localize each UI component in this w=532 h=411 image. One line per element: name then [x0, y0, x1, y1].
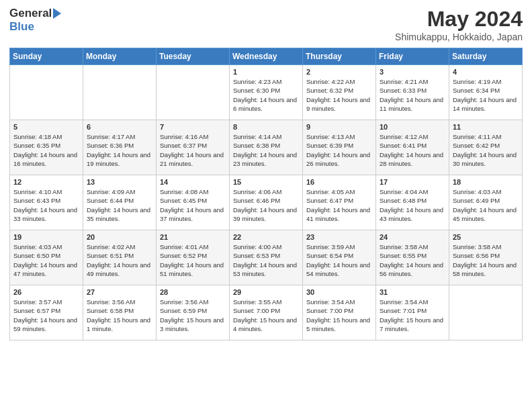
day-info: Sunrise: 4:02 AM Sunset: 6:51 PM Dayligh… — [87, 242, 152, 278]
title-block: May 2024 Shimukappu, Hokkaido, Japan — [395, 7, 523, 42]
day-info: Sunrise: 4:17 AM Sunset: 6:36 PM Dayligh… — [87, 132, 152, 168]
logo-general-text: General — [9, 7, 52, 20]
day-cell: 25Sunrise: 3:58 AM Sunset: 6:56 PM Dayli… — [449, 230, 523, 285]
day-info: Sunrise: 4:03 AM Sunset: 6:50 PM Dayligh… — [13, 242, 79, 278]
day-cell: 14Sunrise: 4:08 AM Sunset: 6:45 PM Dayli… — [157, 175, 230, 230]
day-info: Sunrise: 4:23 AM Sunset: 6:30 PM Dayligh… — [233, 77, 299, 113]
day-info: Sunrise: 4:14 AM Sunset: 6:38 PM Dayligh… — [233, 132, 299, 168]
day-number: 28 — [160, 288, 226, 296]
header-cell-monday: Monday — [83, 48, 157, 65]
day-cell: 13Sunrise: 4:09 AM Sunset: 6:44 PM Dayli… — [83, 175, 157, 230]
day-cell: 1Sunrise: 4:23 AM Sunset: 6:30 PM Daylig… — [230, 65, 303, 120]
day-number: 6 — [87, 123, 152, 131]
day-cell: 18Sunrise: 4:03 AM Sunset: 6:49 PM Dayli… — [449, 175, 523, 230]
day-info: Sunrise: 3:56 AM Sunset: 6:58 PM Dayligh… — [87, 298, 152, 333]
day-cell: 22Sunrise: 4:00 AM Sunset: 6:53 PM Dayli… — [230, 230, 303, 285]
day-info: Sunrise: 4:00 AM Sunset: 6:53 PM Dayligh… — [233, 242, 299, 278]
calendar-header: SundayMondayTuesdayWednesdayThursdayFrid… — [10, 48, 523, 65]
day-cell: 23Sunrise: 3:59 AM Sunset: 6:54 PM Dayli… — [303, 230, 376, 285]
day-cell: 20Sunrise: 4:02 AM Sunset: 6:51 PM Dayli… — [83, 230, 157, 285]
day-cell: 7Sunrise: 4:16 AM Sunset: 6:37 PM Daylig… — [157, 120, 230, 175]
day-info: Sunrise: 3:58 AM Sunset: 6:56 PM Dayligh… — [453, 242, 519, 278]
day-cell: 4Sunrise: 4:19 AM Sunset: 6:34 PM Daylig… — [449, 65, 523, 120]
calendar-table: SundayMondayTuesdayWednesdayThursdayFrid… — [9, 48, 523, 340]
week-row-1: 1Sunrise: 4:23 AM Sunset: 6:30 PM Daylig… — [10, 65, 523, 120]
page-header: General Blue May 2024 Shimukappu, Hokkai… — [9, 7, 523, 42]
day-number: 26 — [13, 288, 79, 296]
day-info: Sunrise: 3:58 AM Sunset: 6:55 PM Dayligh… — [380, 242, 445, 278]
day-info: Sunrise: 3:54 AM Sunset: 7:00 PM Dayligh… — [306, 298, 372, 333]
day-cell: 8Sunrise: 4:14 AM Sunset: 6:38 PM Daylig… — [230, 120, 303, 175]
day-cell: 9Sunrise: 4:13 AM Sunset: 6:39 PM Daylig… — [303, 120, 376, 175]
day-cell — [83, 65, 157, 120]
day-info: Sunrise: 3:59 AM Sunset: 6:54 PM Dayligh… — [306, 242, 372, 278]
day-info: Sunrise: 4:19 AM Sunset: 6:34 PM Dayligh… — [453, 77, 519, 113]
day-number: 13 — [87, 178, 152, 186]
day-info: Sunrise: 4:21 AM Sunset: 6:33 PM Dayligh… — [380, 77, 445, 113]
day-cell: 21Sunrise: 4:01 AM Sunset: 6:52 PM Dayli… — [157, 230, 230, 285]
day-cell: 16Sunrise: 4:05 AM Sunset: 6:47 PM Dayli… — [303, 175, 376, 230]
day-info: Sunrise: 3:54 AM Sunset: 7:01 PM Dayligh… — [380, 298, 445, 333]
day-number: 3 — [380, 68, 445, 76]
day-info: Sunrise: 3:55 AM Sunset: 7:00 PM Dayligh… — [233, 298, 299, 333]
day-number: 20 — [87, 233, 152, 241]
header-cell-sunday: Sunday — [10, 48, 83, 65]
header-cell-friday: Friday — [376, 48, 449, 65]
header-cell-wednesday: Wednesday — [230, 48, 303, 65]
day-number: 11 — [453, 123, 519, 131]
day-info: Sunrise: 4:13 AM Sunset: 6:39 PM Dayligh… — [306, 132, 372, 168]
day-cell: 26Sunrise: 3:57 AM Sunset: 6:57 PM Dayli… — [10, 285, 83, 340]
logo: General Blue — [9, 7, 61, 34]
day-cell: 15Sunrise: 4:06 AM Sunset: 6:46 PM Dayli… — [230, 175, 303, 230]
day-number: 10 — [380, 123, 445, 131]
day-cell — [157, 65, 230, 120]
day-number: 27 — [87, 288, 152, 296]
day-number: 21 — [160, 233, 226, 241]
day-info: Sunrise: 4:10 AM Sunset: 6:43 PM Dayligh… — [13, 187, 79, 223]
day-cell: 5Sunrise: 4:18 AM Sunset: 6:35 PM Daylig… — [10, 120, 83, 175]
day-number: 23 — [306, 233, 372, 241]
day-cell: 28Sunrise: 3:56 AM Sunset: 6:59 PM Dayli… — [157, 285, 230, 340]
day-cell: 19Sunrise: 4:03 AM Sunset: 6:50 PM Dayli… — [10, 230, 83, 285]
day-cell: 29Sunrise: 3:55 AM Sunset: 7:00 PM Dayli… — [230, 285, 303, 340]
day-number: 4 — [453, 68, 519, 76]
day-cell: 12Sunrise: 4:10 AM Sunset: 6:43 PM Dayli… — [10, 175, 83, 230]
day-cell: 27Sunrise: 3:56 AM Sunset: 6:58 PM Dayli… — [83, 285, 157, 340]
day-cell: 3Sunrise: 4:21 AM Sunset: 6:33 PM Daylig… — [376, 65, 449, 120]
day-cell: 17Sunrise: 4:04 AM Sunset: 6:48 PM Dayli… — [376, 175, 449, 230]
day-info: Sunrise: 4:12 AM Sunset: 6:41 PM Dayligh… — [380, 132, 445, 168]
calendar-title: May 2024 — [395, 7, 523, 32]
day-cell: 6Sunrise: 4:17 AM Sunset: 6:36 PM Daylig… — [83, 120, 157, 175]
day-number: 7 — [160, 123, 226, 131]
main-container: General Blue May 2024 Shimukappu, Hokkai… — [0, 0, 532, 411]
day-number: 12 — [13, 178, 79, 186]
day-number: 29 — [233, 288, 299, 296]
calendar-location: Shimukappu, Hokkaido, Japan — [395, 32, 523, 42]
day-number: 25 — [453, 233, 519, 241]
day-cell: 2Sunrise: 4:22 AM Sunset: 6:32 PM Daylig… — [303, 65, 376, 120]
day-number: 22 — [233, 233, 299, 241]
day-cell: 11Sunrise: 4:11 AM Sunset: 6:42 PM Dayli… — [449, 120, 523, 175]
day-number: 19 — [13, 233, 79, 241]
day-info: Sunrise: 3:56 AM Sunset: 6:59 PM Dayligh… — [160, 298, 226, 333]
week-row-4: 19Sunrise: 4:03 AM Sunset: 6:50 PM Dayli… — [10, 230, 523, 285]
day-info: Sunrise: 4:03 AM Sunset: 6:49 PM Dayligh… — [453, 187, 519, 223]
day-number: 31 — [380, 288, 445, 296]
week-row-3: 12Sunrise: 4:10 AM Sunset: 6:43 PM Dayli… — [10, 175, 523, 230]
header-cell-saturday: Saturday — [449, 48, 523, 65]
calendar-body: 1Sunrise: 4:23 AM Sunset: 6:30 PM Daylig… — [10, 65, 523, 340]
day-number: 18 — [453, 178, 519, 186]
header-cell-thursday: Thursday — [303, 48, 376, 65]
logo-arrow-icon — [53, 8, 61, 19]
day-info: Sunrise: 4:22 AM Sunset: 6:32 PM Dayligh… — [306, 77, 372, 113]
day-cell — [449, 285, 523, 340]
day-number: 8 — [233, 123, 299, 131]
header-row: SundayMondayTuesdayWednesdayThursdayFrid… — [10, 48, 523, 65]
day-info: Sunrise: 3:57 AM Sunset: 6:57 PM Dayligh… — [13, 298, 79, 333]
logo-blue-text: Blue — [9, 20, 34, 33]
day-number: 14 — [160, 178, 226, 186]
day-info: Sunrise: 4:05 AM Sunset: 6:47 PM Dayligh… — [306, 187, 372, 223]
header-cell-tuesday: Tuesday — [157, 48, 230, 65]
day-number: 5 — [13, 123, 79, 131]
day-cell: 30Sunrise: 3:54 AM Sunset: 7:00 PM Dayli… — [303, 285, 376, 340]
